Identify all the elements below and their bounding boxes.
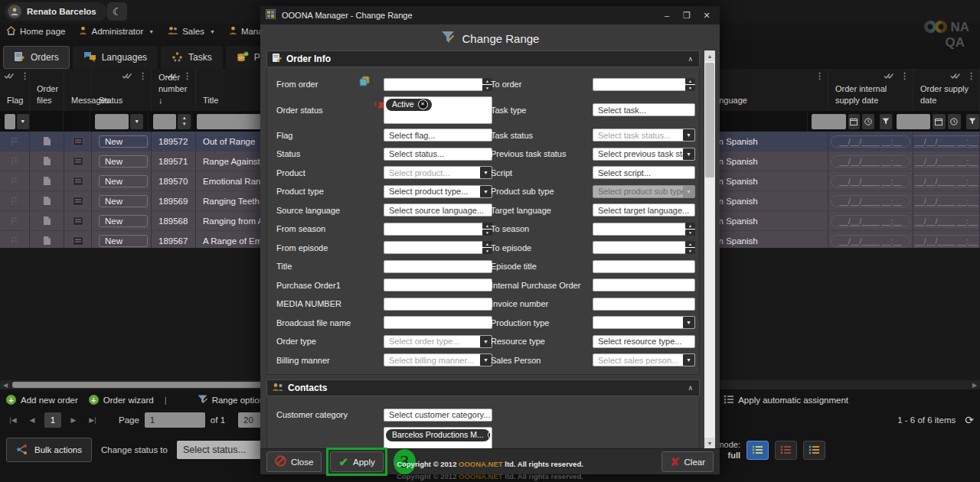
filter-funnel-icon[interactable] — [966, 114, 979, 129]
maximize-icon[interactable]: ❒ — [680, 11, 694, 21]
messages-cell[interactable] — [64, 151, 92, 171]
col-header-supply-date[interactable]: ⋮ Order supply date — [913, 69, 980, 111]
field-product-type[interactable]: Select product type...▼ — [384, 185, 492, 198]
select-all-icon[interactable] — [122, 73, 132, 80]
next-page-icon[interactable]: ▶ — [67, 416, 80, 424]
flag-cell[interactable] — [0, 191, 30, 210]
dropdown-arrow-icon[interactable]: ▼ — [480, 336, 492, 347]
display-mode-list-button[interactable] — [803, 441, 825, 460]
dropdown-arrow-icon[interactable]: ▼ — [683, 186, 694, 197]
field-to-episode[interactable]: ▲▼ — [593, 241, 695, 254]
field-invoice-number[interactable] — [593, 298, 695, 311]
date-filter-input[interactable] — [812, 114, 846, 129]
field-title[interactable] — [384, 260, 492, 273]
scroll-left-icon[interactable]: ◀ — [0, 382, 11, 389]
apply-automatic-assignment-button[interactable]: Apply automatic assignment — [724, 395, 848, 405]
order-files-cell[interactable] — [30, 171, 64, 191]
dialog-scrollbar[interactable]: ▲ ▼ — [704, 50, 715, 448]
messages-cell[interactable] — [64, 211, 92, 230]
user-menu-button[interactable]: Renato Barcelos — [5, 2, 107, 21]
filter-funnel-icon[interactable] — [880, 114, 892, 129]
field-status[interactable]: Select status... — [384, 148, 492, 161]
section-contacts-header[interactable]: Contacts ∧ — [266, 379, 700, 396]
tag-remove-icon[interactable]: ✕ — [488, 430, 490, 440]
section-order-info-header[interactable]: Order Info ∧ — [266, 50, 700, 67]
field-source-language[interactable]: Select source language... — [384, 204, 492, 217]
current-page-button[interactable]: 1 — [44, 412, 61, 428]
col-header-messages[interactable]: Messages — [64, 69, 92, 111]
field-sales-person[interactable]: Select sales person...▼ — [593, 353, 695, 366]
flag-filter-input[interactable] — [5, 114, 15, 129]
order-files-cell[interactable] — [30, 151, 64, 171]
add-new-order-button[interactable]: +Add new order — [6, 395, 78, 405]
minimize-icon[interactable]: – — [660, 11, 674, 21]
dropdown-arrow-icon[interactable]: ▼ — [683, 148, 694, 160]
collapse-chevron-icon[interactable]: ∧ — [688, 55, 693, 63]
refresh-icon[interactable]: ⟳ — [965, 414, 974, 426]
order-wizard-button[interactable]: +Order wizard — [89, 395, 154, 405]
display-mode-compact-button[interactable] — [775, 441, 797, 460]
column-menu-icon[interactable]: ⋮ — [900, 71, 909, 81]
field-target-language[interactable]: Select target language... — [593, 204, 695, 217]
spinner-buttons[interactable]: ▲▼ — [685, 241, 695, 254]
field-order-type[interactable]: Select order type...▼ — [384, 335, 492, 348]
dropdown-arrow-icon[interactable]: ▼ — [683, 129, 694, 141]
field-customer-category[interactable]: Select customer category... — [384, 409, 492, 422]
order-files-cell[interactable] — [30, 191, 64, 210]
dark-mode-toggle[interactable]: ☾ — [107, 2, 127, 21]
messages-cell[interactable] — [64, 191, 92, 210]
field-billing-manner[interactable]: Select billing manner...▼ — [384, 353, 492, 366]
field-internal-purchase-order[interactable] — [593, 278, 695, 291]
clear-button[interactable]: ✘ Clear — [662, 451, 714, 472]
first-page-icon[interactable]: |◀ — [6, 416, 20, 424]
col-header-internal-supply-date[interactable]: ⋮ Order internal supply date — [828, 69, 913, 111]
order-files-cell[interactable] — [30, 211, 64, 230]
flag-cell[interactable] — [0, 171, 30, 191]
dropdown-arrow[interactable]: ▼ — [130, 114, 143, 129]
menu-sales[interactable]: Sales ▼ — [168, 26, 215, 37]
flag-cell[interactable] — [0, 151, 30, 171]
field-episode-title[interactable] — [593, 260, 695, 273]
dropdown-arrow-icon[interactable]: ▼ — [480, 354, 492, 366]
field-product[interactable]: Select product...▼ — [384, 166, 492, 179]
col-header-order-files[interactable]: Order files — [30, 69, 64, 111]
scrollbar-thumb[interactable] — [705, 63, 714, 177]
menu-administrator[interactable]: Administrator ▼ — [79, 26, 154, 37]
calendar-icon[interactable] — [933, 114, 946, 129]
select-all-icon[interactable] — [884, 73, 893, 80]
dropdown-arrow-icon[interactable]: ▼ — [480, 186, 492, 197]
messages-cell[interactable] — [64, 171, 92, 191]
scroll-right-icon[interactable]: ▶ — [969, 382, 980, 389]
field-previous-task-status[interactable]: Select previous task sta...▼ — [593, 148, 695, 161]
column-menu-icon[interactable]: ⋮ — [967, 71, 975, 81]
dropdown-arrow-icon[interactable]: ▼ — [683, 317, 694, 328]
field-task-type[interactable]: Select task... — [593, 103, 695, 116]
field-task-status[interactable]: Select task status...▼ — [593, 129, 695, 142]
dropdown-arrow[interactable]: ▼ — [17, 114, 29, 129]
field-flag[interactable]: Select flag... — [384, 129, 492, 142]
col-header-order-number[interactable]: ⋮ Order number ↓ — [152, 69, 196, 111]
tab-orders[interactable]: Orders — [3, 46, 70, 69]
field-resource-type[interactable]: Select resource type... — [593, 335, 695, 348]
collapse-chevron-icon[interactable]: ∧ — [688, 384, 693, 392]
field-production-type[interactable]: ▼ — [593, 316, 695, 329]
status-filter-input[interactable] — [95, 114, 129, 129]
dialog-title-bar[interactable]: OOONA Manager - Change Range – ❒ ✕ — [260, 6, 720, 24]
menu-home-page[interactable]: Home page — [6, 26, 65, 37]
flag-cell[interactable] — [0, 211, 30, 230]
spinner-buttons[interactable]: ▲▼ — [685, 78, 695, 91]
order-files-cell[interactable] — [30, 132, 64, 151]
col-header-flag[interactable]: ⋮ Flag — [0, 69, 30, 111]
scroll-up-icon[interactable]: ▲ — [704, 50, 715, 61]
messages-cell[interactable] — [64, 132, 92, 151]
dropdown-arrow-icon[interactable]: ▼ — [480, 167, 492, 178]
clock-icon[interactable] — [948, 114, 961, 129]
clock-icon[interactable] — [862, 114, 874, 129]
field-media-number[interactable] — [384, 298, 492, 311]
field-purchase-order1[interactable] — [384, 278, 492, 291]
close-window-icon[interactable]: ✕ — [700, 11, 714, 21]
close-button[interactable]: Close — [266, 451, 322, 472]
scroll-down-icon[interactable]: ▼ — [704, 438, 715, 448]
field-from-episode[interactable]: ▲▼ — [384, 241, 492, 254]
date-filter-input[interactable] — [897, 114, 930, 129]
